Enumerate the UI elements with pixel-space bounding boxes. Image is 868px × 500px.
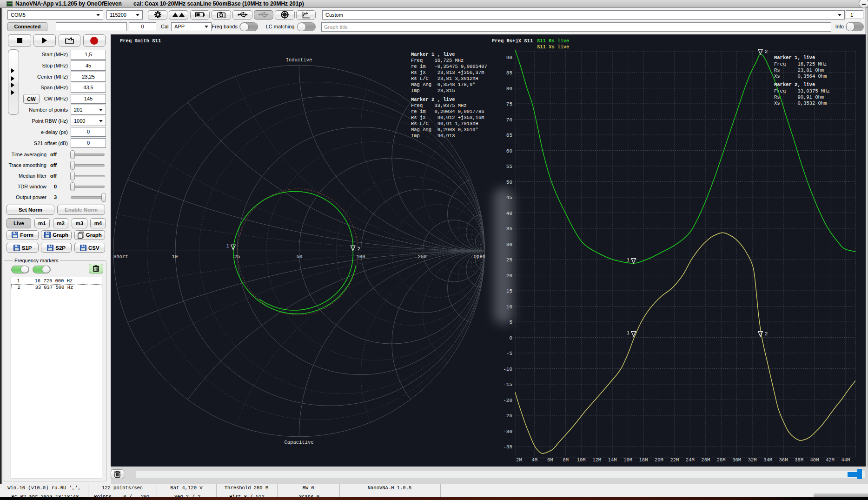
svg-text:-35: -35 xyxy=(503,444,512,450)
svg-text:26M: 26M xyxy=(701,457,710,463)
svg-text:-5: -5 xyxy=(506,351,512,356)
svg-text:re im -0,35475 0,0065407: re im -0,35475 0,0065407 xyxy=(411,64,487,69)
svg-text:Open: Open xyxy=(474,254,485,260)
svg-text:-25: -25 xyxy=(503,413,512,419)
svg-text:25: 25 xyxy=(506,257,512,263)
svg-text:2: 2 xyxy=(765,49,768,54)
svg-text:20M: 20M xyxy=(655,457,663,463)
svg-text:10M: 10M xyxy=(577,457,586,463)
svg-text:Short: Short xyxy=(113,254,128,260)
svg-text:42M: 42M xyxy=(826,457,835,463)
svg-text:-20: -20 xyxy=(503,398,512,403)
svg-text:6M: 6M xyxy=(547,457,553,463)
svg-text:250: 250 xyxy=(418,254,427,260)
svg-text:Imp 23,815: Imp 23,815 xyxy=(411,88,455,93)
svg-text:90: 90 xyxy=(506,55,512,60)
svg-text:30M: 30M xyxy=(732,457,741,463)
svg-text:-10: -10 xyxy=(503,367,512,372)
svg-text:S11 Xs live: S11 Xs live xyxy=(537,44,569,50)
svg-text:0: 0 xyxy=(509,335,512,341)
svg-text:80: 80 xyxy=(506,86,512,92)
svg-text:18M: 18M xyxy=(639,457,648,463)
svg-text:70: 70 xyxy=(506,117,512,123)
svg-text:Rs jX 90,912 +j353,16m: Rs jX 90,912 +j353,16m xyxy=(411,115,484,120)
svg-text:2: 2 xyxy=(358,246,360,252)
svg-text:Mag Ang 0,2903 0,3510°: Mag Ang 0,2903 0,3510° xyxy=(411,127,478,133)
svg-text:1: 1 xyxy=(226,243,229,249)
svg-text:50: 50 xyxy=(506,180,512,185)
svg-text:Marker 1, live: Marker 1, live xyxy=(774,55,815,60)
svg-text:50: 50 xyxy=(297,254,303,260)
svg-text:Rs 23,81 Ohm: Rs 23,81 Ohm xyxy=(774,67,824,73)
svg-text:Mag Ang 0,3548 178,9°: Mag Ang 0,3548 178,9° xyxy=(411,82,476,87)
svg-text:10: 10 xyxy=(172,254,178,260)
svg-text:Inductive: Inductive xyxy=(286,57,312,63)
svg-text:Freq 16,725 MHz: Freq 16,725 MHz xyxy=(774,61,827,67)
svg-text:Rs L/C 23,81 3,3912nH: Rs L/C 23,81 3,3912nH xyxy=(411,76,478,81)
svg-text:34M: 34M xyxy=(763,457,772,463)
svg-text:40M: 40M xyxy=(810,457,819,463)
svg-text:5: 5 xyxy=(509,320,512,325)
svg-text:22M: 22M xyxy=(670,457,679,463)
svg-text:30: 30 xyxy=(506,242,512,247)
svg-text:4M: 4M xyxy=(531,457,537,463)
svg-text:Xs 0,3564 Ohm: Xs 0,3564 Ohm xyxy=(774,73,827,79)
svg-text:Imp 90,913: Imp 90,913 xyxy=(411,133,455,139)
svg-text:25: 25 xyxy=(234,254,240,260)
svg-text:60: 60 xyxy=(506,148,512,154)
svg-text:14M: 14M xyxy=(608,457,617,463)
svg-text:Freq 33,0375 MHz: Freq 33,0375 MHz xyxy=(774,88,830,94)
svg-text:2: 2 xyxy=(765,331,768,337)
svg-text:1: 1 xyxy=(627,257,629,263)
svg-text:44M: 44M xyxy=(841,457,850,463)
svg-text:36M: 36M xyxy=(779,457,788,463)
svg-text:Rs jX 23,813 +j356,37m: Rs jX 23,813 +j356,37m xyxy=(411,70,484,75)
svg-text:20: 20 xyxy=(506,273,512,279)
svg-text:24M: 24M xyxy=(686,457,695,463)
svg-text:Marker 2 , live: Marker 2 , live xyxy=(411,97,455,102)
svg-text:55: 55 xyxy=(506,164,512,169)
svg-text:85: 85 xyxy=(506,70,512,76)
svg-text:Freq 16,725 MHz: Freq 16,725 MHz xyxy=(411,58,464,63)
svg-text:Marker 2, live: Marker 2, live xyxy=(774,82,815,87)
svg-text:Xs 0,3532 Ohm: Xs 0,3532 Ohm xyxy=(774,100,827,106)
svg-text:Capacitive: Capacitive xyxy=(284,440,313,445)
svg-text:28M: 28M xyxy=(717,457,726,463)
svg-text:16M: 16M xyxy=(623,457,632,463)
svg-text:Freq Smith S11: Freq Smith S11 xyxy=(120,38,161,44)
svg-text:Marker 1 , live: Marker 1 , live xyxy=(411,52,455,57)
svg-text:45: 45 xyxy=(506,195,512,200)
svg-text:15: 15 xyxy=(506,288,512,294)
svg-text:75: 75 xyxy=(506,101,512,107)
svg-text:12M: 12M xyxy=(592,457,601,463)
svg-text:Freq 33,0375 MHz: Freq 33,0375 MHz xyxy=(411,103,467,108)
svg-text:1: 1 xyxy=(627,330,629,336)
svg-text:10: 10 xyxy=(506,304,512,310)
svg-text:100: 100 xyxy=(357,254,365,260)
svg-text:40: 40 xyxy=(506,211,512,216)
svg-text:S11 Rs live: S11 Rs live xyxy=(537,38,569,44)
svg-text:32M: 32M xyxy=(748,457,757,463)
svg-text:Freq Rs+jX S11: Freq Rs+jX S11 xyxy=(492,38,533,44)
svg-text:Rs L/C 90,91 1,7013nH: Rs L/C 90,91 1,7013nH xyxy=(411,121,478,127)
svg-text:8M: 8M xyxy=(563,457,569,463)
svg-text:Rs 90,91 Ohm: Rs 90,91 Ohm xyxy=(774,94,824,100)
svg-text:35: 35 xyxy=(506,226,512,232)
svg-text:-30: -30 xyxy=(503,429,512,434)
svg-text:38M: 38M xyxy=(795,457,803,463)
svg-text:-15: -15 xyxy=(503,382,512,387)
svg-text:2M: 2M xyxy=(516,457,522,463)
svg-text:65: 65 xyxy=(506,133,512,138)
svg-text:re im 0,29034 0,0017786: re im 0,29034 0,0017786 xyxy=(411,109,484,114)
